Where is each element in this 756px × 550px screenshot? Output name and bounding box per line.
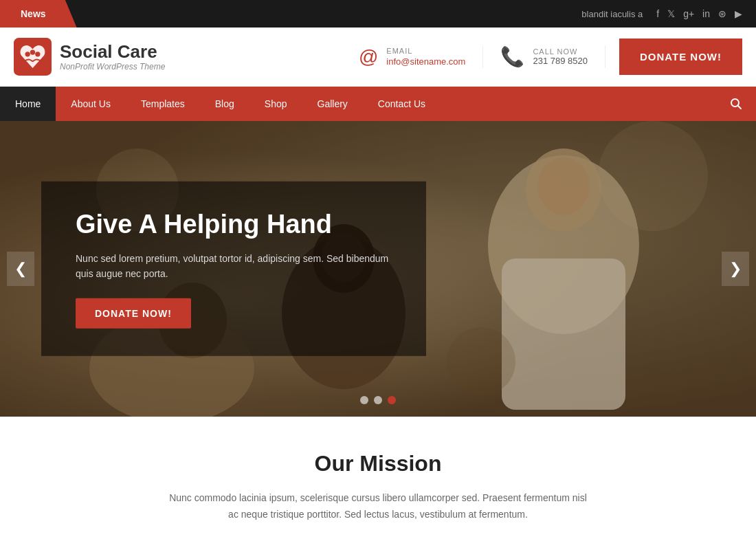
site-tagline: NonProfit WordPress Theme (60, 62, 165, 72)
email-contact: @ EMAIL info@sitename.com (342, 46, 484, 68)
hero-title: Give A Helping Hand (76, 209, 392, 241)
nav-item-gallery[interactable]: Gallery (302, 87, 363, 121)
nav-item-blog[interactable]: Blog (200, 87, 249, 121)
logo-text: Social Care NonProfit WordPress Theme (60, 42, 165, 72)
social-icons: f 𝕏 g+ in ⊛ ▶ (656, 8, 742, 19)
twitter-icon[interactable]: 𝕏 (667, 8, 675, 19)
phone-label: CALL NOW (533, 47, 588, 56)
nav-bar: Home About Us Templates Blog Shop Galler… (0, 87, 756, 121)
youtube-icon[interactable]: ▶ (735, 8, 742, 19)
svg-point-1 (25, 52, 30, 56)
phone-contact: 📞 CALL NOW 231 789 8520 (483, 45, 605, 68)
rss-icon[interactable]: ⊛ (718, 8, 726, 19)
email-info: EMAIL info@sitename.com (386, 47, 465, 67)
news-label: News (21, 8, 46, 19)
hero-content: Give A Helping Hand Nunc sed lorem preti… (41, 182, 426, 356)
linkedin-icon[interactable]: in (702, 8, 710, 19)
googleplus-icon[interactable]: g+ (683, 8, 694, 19)
hero-description: Nunc sed lorem pretium, volutpat tortor … (76, 250, 392, 281)
hero-next-arrow[interactable]: ❯ (722, 252, 749, 286)
hero-donate-button[interactable]: DONATE NOW! (76, 298, 191, 329)
mission-title: Our Mission (14, 451, 742, 476)
header-donate-button[interactable]: DONATE NOW! (619, 38, 742, 75)
nav-item-about[interactable]: About Us (56, 87, 126, 121)
email-label: EMAIL (386, 47, 465, 55)
mission-section: Our Mission Nunc commodo lacinia ipsum, … (0, 417, 756, 550)
nav-item-templates[interactable]: Templates (126, 87, 200, 121)
site-name: Social Care (60, 42, 165, 62)
news-tab[interactable]: News (0, 0, 77, 28)
svg-point-3 (35, 52, 40, 56)
mission-text: Nunc commodo lacinia ipsum, scelerisque … (165, 490, 591, 523)
facebook-icon[interactable]: f (656, 8, 659, 19)
nav-item-home[interactable]: Home (0, 87, 56, 121)
svg-line-5 (738, 106, 742, 109)
phone-icon: 📞 (500, 45, 524, 68)
site-header: Social Care NonProfit WordPress Theme @ … (0, 28, 756, 87)
nav-item-shop[interactable]: Shop (249, 87, 302, 121)
nav-item-contact[interactable]: Contact Us (363, 87, 441, 121)
hero-dot-3[interactable] (388, 396, 396, 404)
phone-info: CALL NOW 231 789 8520 (533, 47, 588, 66)
logo-icon (14, 38, 52, 76)
nav-search-icon[interactable] (716, 87, 756, 121)
svg-point-2 (30, 50, 35, 54)
marquee-text: blandit iaculis a (581, 9, 643, 19)
email-value[interactable]: info@sitename.com (386, 56, 465, 67)
hero-dot-1[interactable] (360, 396, 368, 404)
hero-dot-2[interactable] (374, 396, 382, 404)
phone-value: 231 789 8520 (533, 56, 588, 66)
hero-section: Give A Helping Hand Nunc sed lorem preti… (0, 121, 756, 417)
header-contact: @ EMAIL info@sitename.com 📞 CALL NOW 231… (342, 38, 742, 75)
hero-prev-arrow[interactable]: ❮ (7, 252, 34, 286)
logo-area: Social Care NonProfit WordPress Theme (14, 38, 342, 76)
hero-dots (360, 396, 396, 404)
top-bar: News blandit iaculis a f 𝕏 g+ in ⊛ ▶ (0, 0, 756, 28)
email-icon: @ (359, 46, 378, 68)
